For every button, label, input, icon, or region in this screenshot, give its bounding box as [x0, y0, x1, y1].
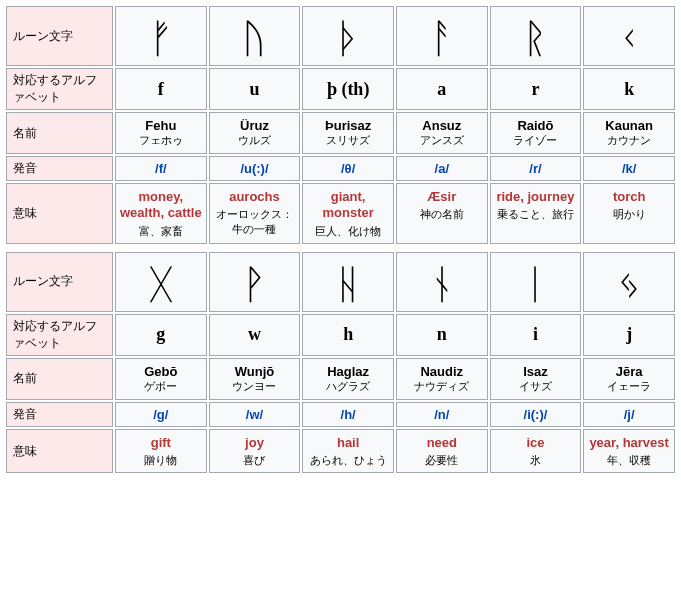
rune-glyph: ᛃ — [583, 252, 675, 312]
pronunciation-cell: /g/ — [115, 402, 207, 427]
meaning-en: hail — [305, 435, 391, 451]
letter-cell: w — [209, 314, 301, 356]
row-header-pron: 発音 — [6, 402, 113, 427]
name-en: Isaz — [493, 364, 579, 379]
meaning-en: joy — [212, 435, 298, 451]
name-cell: Þurisazスリサズ — [302, 112, 394, 154]
meaning-jp: オーロックス：牛の一種 — [212, 207, 298, 236]
meaning-en: ice — [493, 435, 579, 451]
name-cell: Gebōゲボー — [115, 358, 207, 400]
meaning-cell: year, harvest年、収穫 — [583, 429, 675, 474]
name-cell: Üruzウルズ — [209, 112, 301, 154]
meaning-jp: 乗ること、旅行 — [493, 207, 579, 221]
rune-glyph: ᛁ — [490, 252, 582, 312]
name-jp: カウナン — [586, 134, 672, 148]
letter-cell: k — [583, 68, 675, 110]
name-en: Ansuz — [399, 118, 485, 133]
meaning-jp: 必要性 — [399, 453, 485, 467]
pronunciation-cell: /k/ — [583, 156, 675, 181]
name-en: Haglaz — [305, 364, 391, 379]
meaning-cell: hailあられ、ひょう — [302, 429, 394, 474]
name-en: Naudiz — [399, 364, 485, 379]
letter-cell: n — [396, 314, 488, 356]
row-header-pron: 発音 — [6, 156, 113, 181]
name-jp: ライゾー — [493, 134, 579, 148]
meaning-cell: Æsir神の名前 — [396, 183, 488, 244]
letter-cell: g — [115, 314, 207, 356]
rune-glyph: ᚾ — [396, 252, 488, 312]
row-header-letter: 対応するアルファベット — [6, 68, 113, 110]
name-en: Üruz — [212, 118, 298, 133]
meaning-en: year, harvest — [586, 435, 672, 451]
row-header-meaning: 意味 — [6, 183, 113, 244]
meaning-cell: torch明かり — [583, 183, 675, 244]
rune-glyph: ᚷ — [115, 252, 207, 312]
pronunciation-cell: /j/ — [583, 402, 675, 427]
meaning-jp: 神の名前 — [399, 207, 485, 221]
meaning-en: torch — [586, 189, 672, 205]
name-cell: Haglazハグラズ — [302, 358, 394, 400]
meaning-cell: aurochsオーロックス：牛の一種 — [209, 183, 301, 244]
row-header-name: 名前 — [6, 112, 113, 154]
meaning-jp: 喜び — [212, 453, 298, 467]
letter-cell: i — [490, 314, 582, 356]
pronunciation-cell: /θ/ — [302, 156, 394, 181]
meaning-en: Æsir — [399, 189, 485, 205]
pronunciation-cell: /r/ — [490, 156, 582, 181]
meaning-en: gift — [118, 435, 204, 451]
meaning-en: ride, journey — [493, 189, 579, 205]
name-jp: ゲボー — [118, 380, 204, 394]
pronunciation-cell: /u(:)/ — [209, 156, 301, 181]
meaning-jp: 明かり — [586, 207, 672, 221]
letter-cell: u — [209, 68, 301, 110]
name-cell: Wunjōウンヨー — [209, 358, 301, 400]
name-en: Þurisaz — [305, 118, 391, 133]
name-jp: ハグラズ — [305, 380, 391, 394]
row-header-name: 名前 — [6, 358, 113, 400]
meaning-cell: need必要性 — [396, 429, 488, 474]
name-cell: Kaunanカウナン — [583, 112, 675, 154]
rune-table: ルーン文字ᚷᚹᚺᚾᛁᛃ対応するアルファベットgwhnij名前GebōゲボーWun… — [4, 250, 677, 476]
meaning-jp: 巨人、化け物 — [305, 224, 391, 238]
rune-table: ルーン文字ᚠᚢᚦᚨᚱᚲ対応するアルファベットfuþ (th)ark名前Fehuフ… — [4, 4, 677, 246]
letter-cell: f — [115, 68, 207, 110]
pronunciation-cell: /n/ — [396, 402, 488, 427]
row-header-letter: 対応するアルファベット — [6, 314, 113, 356]
meaning-jp: 富、家畜 — [118, 224, 204, 238]
letter-cell: þ (th) — [302, 68, 394, 110]
row-header-rune: ルーン文字 — [6, 252, 113, 312]
meaning-en: giant, monster — [305, 189, 391, 222]
pronunciation-cell: /w/ — [209, 402, 301, 427]
pronunciation-cell: /a/ — [396, 156, 488, 181]
name-cell: Ansuzアンスズ — [396, 112, 488, 154]
meaning-jp: 氷 — [493, 453, 579, 467]
letter-cell: j — [583, 314, 675, 356]
rune-glyph: ᚨ — [396, 6, 488, 66]
meaning-cell: ice氷 — [490, 429, 582, 474]
name-en: Wunjō — [212, 364, 298, 379]
name-jp: イェーラ — [586, 380, 672, 394]
name-cell: Isazイサズ — [490, 358, 582, 400]
name-en: Jēra — [586, 364, 672, 379]
meaning-cell: giant, monster巨人、化け物 — [302, 183, 394, 244]
rune-glyph: ᚹ — [209, 252, 301, 312]
rune-glyph: ᚲ — [583, 6, 675, 66]
pronunciation-cell: /i(:)/ — [490, 402, 582, 427]
rune-glyph: ᚦ — [302, 6, 394, 66]
name-jp: フェホゥ — [118, 134, 204, 148]
name-en: Kaunan — [586, 118, 672, 133]
name-jp: ウルズ — [212, 134, 298, 148]
letter-cell: h — [302, 314, 394, 356]
meaning-cell: joy喜び — [209, 429, 301, 474]
name-jp: ウンヨー — [212, 380, 298, 394]
rune-glyph: ᚺ — [302, 252, 394, 312]
meaning-jp: あられ、ひょう — [305, 453, 391, 467]
pronunciation-cell: /h/ — [302, 402, 394, 427]
name-jp: ナウディズ — [399, 380, 485, 394]
meaning-en: money, wealth, cattle — [118, 189, 204, 222]
meaning-cell: ride, journey乗ること、旅行 — [490, 183, 582, 244]
meaning-cell: gift贈り物 — [115, 429, 207, 474]
name-en: Fehu — [118, 118, 204, 133]
name-cell: Raidōライゾー — [490, 112, 582, 154]
letter-cell: a — [396, 68, 488, 110]
